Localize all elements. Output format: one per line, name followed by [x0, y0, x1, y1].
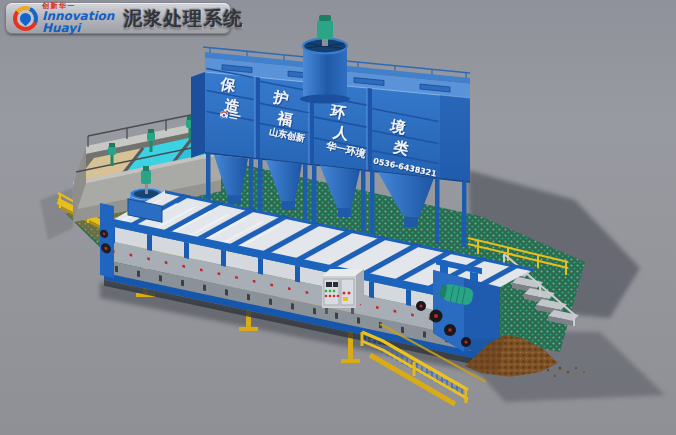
left-end-plate: [100, 203, 114, 278]
mixing-tank-flange: [300, 95, 350, 104]
logo-plate: 创新华一 Innovation Huayi 泥浆处理系统: [6, 3, 230, 34]
silo-char: 护: [271, 88, 290, 109]
silo-char: 类: [391, 138, 410, 159]
silo-char: 福: [275, 109, 294, 130]
silo-side-face: [191, 72, 205, 158]
warning-sticker: [343, 297, 348, 301]
cabinet-display: [333, 282, 338, 287]
cabinet-display: [326, 282, 332, 287]
system-title: 泥浆处理系统: [123, 6, 243, 32]
brand-en-line2: Huayi: [42, 22, 114, 34]
silo-char: 保: [218, 75, 237, 96]
scene-canvas: 保 造 护 福 环 人 境 类 山东创新 华一环境 0536-6438321: [0, 0, 676, 435]
mixing-tank: [300, 15, 350, 104]
brand-name: 创新华一 Innovation Huayi: [42, 3, 114, 34]
silo-end-shade: [440, 95, 470, 182]
swirl-logo-icon: [13, 6, 38, 31]
silo-char: 环: [328, 102, 347, 123]
render-scene: 保 造 护 福 环 人 境 类 山东创新 华一环境 0536-6438321: [0, 0, 676, 435]
